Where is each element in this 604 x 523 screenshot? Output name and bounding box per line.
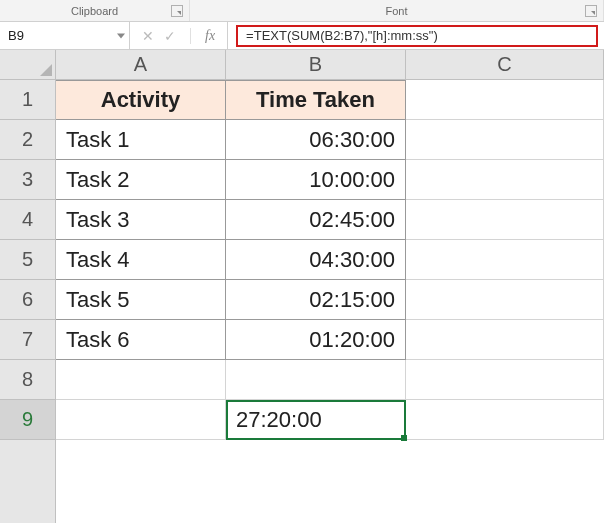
cell-a1[interactable]: Activity — [56, 80, 226, 120]
cell-b2[interactable]: 06:30:00 — [226, 120, 406, 160]
table-row: Activity Time Taken — [56, 80, 604, 120]
table-row: Task 6 01:20:00 — [56, 320, 604, 360]
cell-c7[interactable] — [406, 320, 604, 360]
formula-input-wrap: =TEXT(SUM(B2:B7),"[h]:mm:ss") — [228, 22, 604, 49]
ribbon-group-font-label: Font — [385, 5, 407, 17]
ribbon-group-clipboard-label: Clipboard — [71, 5, 118, 17]
row-header-6[interactable]: 6 — [0, 280, 55, 320]
table-row: Task 4 04:30:00 — [56, 240, 604, 280]
name-box-value: B9 — [8, 28, 24, 43]
clipboard-dialog-launcher-icon[interactable] — [171, 5, 183, 17]
cell-c3[interactable] — [406, 160, 604, 200]
cell-b1[interactable]: Time Taken — [226, 80, 406, 120]
formula-bar: B9 ✕ ✓ fx =TEXT(SUM(B2:B7),"[h]:mm:ss") — [0, 22, 604, 50]
row-header-9[interactable]: 9 — [0, 400, 55, 440]
select-all-corner[interactable] — [0, 50, 56, 80]
column-header-b[interactable]: B — [226, 50, 406, 79]
ribbon-group-clipboard: Clipboard — [0, 0, 190, 21]
row-header-5[interactable]: 5 — [0, 240, 55, 280]
formula-separator — [190, 28, 191, 44]
cell-a5[interactable]: Task 4 — [56, 240, 226, 280]
cell-a9[interactable] — [56, 400, 226, 440]
cell-b4[interactable]: 02:45:00 — [226, 200, 406, 240]
cell-a7[interactable]: Task 6 — [56, 320, 226, 360]
cell-b6[interactable]: 02:15:00 — [226, 280, 406, 320]
cell-c4[interactable] — [406, 200, 604, 240]
font-dialog-launcher-icon[interactable] — [585, 5, 597, 17]
cell-c8[interactable] — [406, 360, 604, 400]
formula-input[interactable]: =TEXT(SUM(B2:B7),"[h]:mm:ss") — [236, 25, 598, 47]
cell-c6[interactable] — [406, 280, 604, 320]
spreadsheet-grid[interactable]: A B C 1 2 3 4 5 6 7 8 9 Activity Time Ta… — [0, 50, 604, 523]
column-header-a[interactable]: A — [56, 50, 226, 79]
cell-a2[interactable]: Task 1 — [56, 120, 226, 160]
cell-b3[interactable]: 10:00:00 — [226, 160, 406, 200]
row-header-7[interactable]: 7 — [0, 320, 55, 360]
cell-b7[interactable]: 01:20:00 — [226, 320, 406, 360]
cell-c1[interactable] — [406, 80, 604, 120]
cell-b9[interactable]: 27:20:00 — [226, 400, 406, 440]
column-header-c[interactable]: C — [406, 50, 604, 79]
cell-c5[interactable] — [406, 240, 604, 280]
cell-c9[interactable] — [406, 400, 604, 440]
row-header-2[interactable]: 2 — [0, 120, 55, 160]
cell-a4[interactable]: Task 3 — [56, 200, 226, 240]
formula-text: =TEXT(SUM(B2:B7),"[h]:mm:ss") — [246, 28, 438, 43]
column-headers: A B C — [56, 50, 604, 80]
cell-a3[interactable]: Task 2 — [56, 160, 226, 200]
cell-c2[interactable] — [406, 120, 604, 160]
cell-b5[interactable]: 04:30:00 — [226, 240, 406, 280]
formula-controls: ✕ ✓ fx — [130, 22, 228, 49]
ribbon-group-row: Clipboard Font — [0, 0, 604, 22]
cell-a6[interactable]: Task 5 — [56, 280, 226, 320]
name-box[interactable]: B9 — [0, 22, 130, 49]
row-header-4[interactable]: 4 — [0, 200, 55, 240]
table-row: Task 2 10:00:00 — [56, 160, 604, 200]
row-header-1[interactable]: 1 — [0, 80, 55, 120]
row-header-8[interactable]: 8 — [0, 360, 55, 400]
table-row: Task 3 02:45:00 — [56, 200, 604, 240]
formula-cancel-icon[interactable]: ✕ — [142, 28, 154, 44]
table-row: Task 5 02:15:00 — [56, 280, 604, 320]
row-header-3[interactable]: 3 — [0, 160, 55, 200]
name-box-dropdown-icon[interactable] — [117, 33, 125, 38]
formula-confirm-icon[interactable]: ✓ — [164, 28, 176, 44]
table-row — [56, 360, 604, 400]
cell-a8[interactable] — [56, 360, 226, 400]
table-row: Task 1 06:30:00 — [56, 120, 604, 160]
ribbon-group-font: Font — [190, 0, 604, 21]
fx-icon[interactable]: fx — [205, 28, 215, 44]
cell-area: Activity Time Taken Task 1 06:30:00 Task… — [56, 80, 604, 523]
table-row: 27:20:00 — [56, 400, 604, 440]
row-headers: 1 2 3 4 5 6 7 8 9 — [0, 80, 56, 523]
cell-b8[interactable] — [226, 360, 406, 400]
